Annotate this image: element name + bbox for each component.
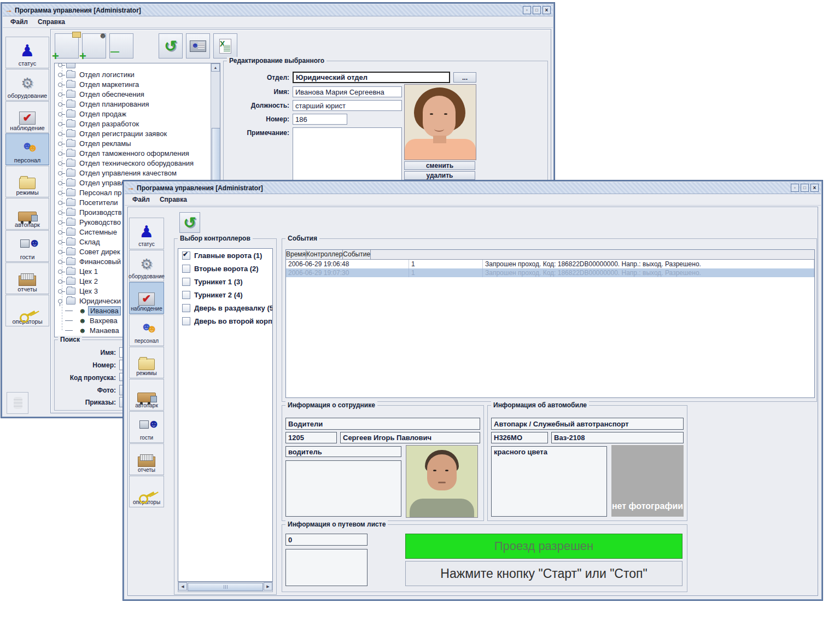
minimize-icon[interactable]: ▫ — [791, 184, 799, 192]
employee-number-field[interactable] — [285, 432, 337, 443]
vehicle-model-field[interactable] — [551, 432, 684, 443]
editor-number-input[interactable] — [293, 114, 347, 125]
toolbar-button[interactable] — [82, 33, 106, 59]
tree-item[interactable]: Отдел маркетинга — [55, 79, 211, 89]
toolbar-button[interactable] — [159, 33, 183, 59]
tree-expander-icon[interactable] — [57, 297, 65, 304]
editor-dept-browse-button[interactable]: ... — [453, 72, 476, 83]
controller-row[interactable]: Дверь в раздевалку (5) — [178, 301, 272, 314]
sidebar-button[interactable]: автопарк — [5, 198, 49, 230]
tree-item[interactable]: Отдел рекламы — [55, 138, 211, 148]
sidebar-button[interactable]: режимы — [5, 166, 49, 197]
tree-expander-icon[interactable] — [57, 91, 65, 97]
controller-row[interactable]: Главные ворота (1) — [178, 249, 272, 262]
sidebar-button[interactable]: операторы — [129, 476, 164, 507]
tree-expander-icon[interactable] — [57, 169, 65, 176]
tree-expander-icon[interactable] — [57, 229, 65, 235]
maximize-icon[interactable]: □ — [801, 184, 809, 192]
column-header[interactable]: Время — [286, 250, 306, 259]
tree-expander-icon[interactable] — [69, 317, 77, 324]
tree-expander-icon[interactable] — [57, 110, 65, 117]
tree-expander-icon[interactable] — [57, 101, 65, 107]
menu-item[interactable]: Файл — [6, 17, 32, 26]
tree-expander-icon[interactable] — [57, 81, 65, 87]
waybill-counter-field[interactable] — [285, 534, 368, 546]
sidebar-button[interactable]: отчеты — [129, 443, 164, 475]
scrollbar-thumb[interactable] — [188, 583, 263, 591]
controller-checkbox[interactable] — [182, 251, 190, 260]
menu-item[interactable]: Справка — [33, 17, 69, 26]
sidebar-button[interactable]: автопарк — [129, 379, 164, 411]
toolbar-button[interactable] — [55, 33, 79, 59]
controller-checkbox[interactable] — [182, 291, 190, 299]
editor-post-input[interactable] — [293, 100, 402, 111]
tree-expander-icon[interactable] — [57, 219, 65, 225]
controller-row[interactable]: Дверь во второй корпус (6 — [178, 314, 272, 327]
tree-item[interactable]: Отдел обеспечения — [55, 89, 211, 99]
tree-item[interactable]: Отдел технического оборудования — [55, 158, 211, 168]
sidebar-button[interactable]: персонал — [129, 314, 164, 346]
sidebar-button[interactable]: гости — [129, 411, 164, 443]
tree-expander-icon[interactable] — [57, 288, 65, 294]
menu-item[interactable]: Файл — [128, 195, 154, 204]
tree-item[interactable]: Отдел регистрации заявок — [55, 128, 211, 138]
employee-group-field[interactable] — [285, 418, 480, 430]
sidebar-button[interactable]: режимы — [129, 347, 164, 378]
tree-expander-icon[interactable] — [57, 130, 65, 137]
controller-row[interactable]: Турникет 1 (3) — [178, 275, 272, 288]
tree-expander-icon[interactable] — [57, 258, 65, 265]
controller-checkbox[interactable] — [182, 278, 190, 286]
menu-item[interactable]: Справка — [155, 195, 191, 204]
tree-expander-icon[interactable] — [57, 209, 65, 215]
sidebar-button[interactable]: статус — [129, 218, 164, 249]
toolbar-button[interactable] — [213, 33, 237, 59]
tree-expander-icon[interactable] — [57, 189, 65, 196]
close-icon[interactable]: × — [810, 184, 819, 192]
refresh-button[interactable] — [179, 212, 200, 233]
close-icon[interactable]: × — [542, 6, 551, 14]
tree-expander-icon[interactable] — [57, 248, 65, 255]
event-row[interactable]: 2006-06-29 19:06:48 1 Запрошен проход. К… — [286, 260, 814, 268]
tree-expander-icon[interactable] — [69, 327, 77, 334]
tree-expander-icon[interactable] — [57, 179, 65, 186]
employee-name-field[interactable] — [340, 432, 480, 443]
tree-expander-icon[interactable] — [57, 278, 65, 284]
minimize-icon[interactable]: ▫ — [523, 6, 531, 14]
editor-name-input[interactable] — [293, 86, 402, 97]
sidebar-button[interactable]: операторы — [5, 295, 49, 326]
tree-expander-icon[interactable] — [57, 160, 65, 166]
photo-remove-button[interactable]: удалить — [404, 171, 475, 180]
vehicle-plate-field[interactable] — [491, 432, 548, 443]
tree-expander-icon[interactable] — [57, 140, 65, 147]
tree-expander-icon[interactable] — [57, 150, 65, 156]
sidebar-button[interactable]: гости — [5, 230, 49, 262]
vehicle-group-field[interactable] — [491, 418, 684, 430]
titlebar[interactable]: → Программа управления [Administrator] ▫… — [125, 182, 821, 194]
tree-item[interactable]: Отдел логистики — [55, 69, 211, 79]
maximize-icon[interactable]: □ — [533, 6, 541, 14]
sidebar-button[interactable]: оборудование — [129, 250, 164, 282]
sidebar-button[interactable]: наблюдение — [5, 101, 49, 133]
controller-row[interactable]: Турникет 2 (4) — [178, 288, 272, 301]
sidebar-button[interactable]: статус — [5, 37, 49, 68]
tree-expander-icon[interactable] — [57, 71, 65, 78]
tree-item[interactable]: Отдел планирования — [55, 99, 211, 109]
sidebar-button[interactable]: наблюдение — [129, 282, 164, 314]
controller-checkbox[interactable] — [182, 304, 190, 312]
controller-row[interactable]: Вторые ворота (2) — [178, 262, 272, 275]
column-header[interactable]: Событие — [343, 250, 371, 259]
scroll-left-icon[interactable]: ◀ — [178, 582, 187, 590]
tree-expander-icon[interactable] — [57, 238, 65, 245]
tree-item[interactable]: Отдел таможенного оформления — [55, 148, 211, 158]
tree-expander-icon[interactable] — [69, 307, 77, 314]
sidebar-button[interactable]: персонал — [5, 133, 49, 165]
tree-expander-icon[interactable] — [57, 199, 65, 206]
tree-item[interactable]: Отдел разработок — [55, 119, 211, 128]
tree-item[interactable] — [55, 63, 211, 69]
toolbar-button[interactable] — [109, 33, 133, 59]
column-header[interactable]: Контроллер — [306, 250, 343, 259]
tree-expander-icon[interactable] — [57, 268, 65, 274]
controllers-hscrollbar[interactable]: ◀ ▶ — [178, 582, 273, 592]
tree-item[interactable]: Отдел продаж — [55, 109, 211, 119]
scroll-up-icon[interactable]: ▲ — [211, 63, 220, 72]
